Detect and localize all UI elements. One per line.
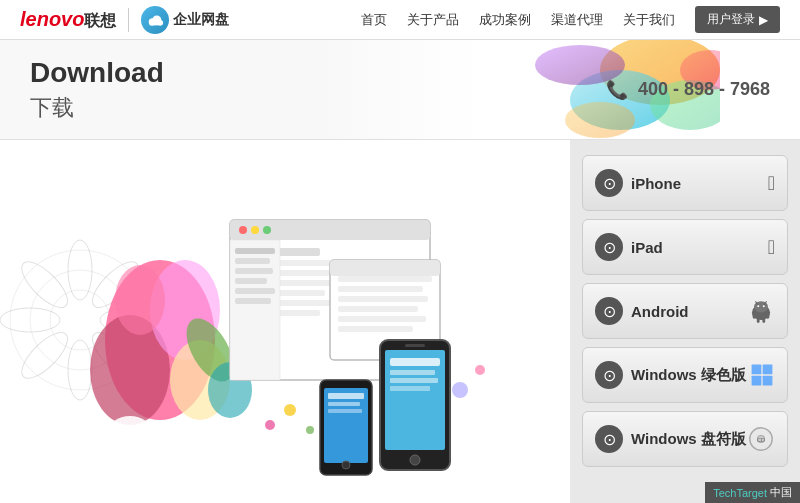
svg-rect-64	[338, 306, 418, 312]
logo-divider	[128, 8, 129, 32]
cloud-icon	[141, 6, 169, 34]
nav-channel[interactable]: 渠道代理	[551, 11, 603, 29]
footer-badge: TechTarget 中国	[705, 482, 800, 503]
login-arrow-icon: ▶	[759, 13, 768, 27]
svg-rect-71	[390, 378, 438, 383]
svg-point-82	[306, 426, 314, 434]
svg-point-83	[265, 420, 275, 430]
svg-point-43	[251, 226, 259, 234]
svg-text:CD: CD	[757, 437, 765, 443]
svg-rect-58	[235, 298, 271, 304]
svg-rect-90	[762, 318, 765, 323]
windows-green-label: Windows 绿色版	[631, 366, 746, 385]
login-label: 用户登录	[707, 11, 755, 28]
svg-rect-57	[235, 288, 275, 294]
iphone-label: iPhone	[631, 175, 681, 192]
header: lenovo联想 企业网盘 首页 关于产品 成功案例 渠道代理 关于我们 用户登…	[0, 0, 800, 40]
nav-cases[interactable]: 成功案例	[479, 11, 531, 29]
ipad-download-icon: ⊙	[595, 233, 623, 261]
android-download-icon: ⊙	[595, 297, 623, 325]
download-android-button[interactable]: ⊙ Android	[582, 283, 788, 339]
cloud-text-label: 企业网盘	[173, 11, 229, 29]
svg-rect-69	[390, 358, 440, 366]
main-content: ⊙ iPhone  ⊙ iPad  ⊙ Android	[0, 140, 800, 503]
download-ipad-button[interactable]: ⊙ iPad 	[582, 219, 788, 275]
windows-disk-icon: CD	[747, 425, 775, 453]
techtarget-text: TechTarget	[713, 487, 767, 499]
banner-contact: 📞 400 - 898 - 7968	[606, 79, 770, 101]
iphone-download-icon: ⊙	[595, 169, 623, 197]
apple-icon-iphone: 	[768, 172, 775, 195]
svg-rect-98	[752, 376, 762, 386]
svg-rect-99	[763, 376, 773, 386]
svg-point-73	[410, 455, 420, 465]
windows-disk-label: Windows 盘符版	[631, 430, 746, 449]
svg-point-80	[342, 461, 350, 469]
illustration-area	[0, 140, 570, 503]
windows-disk-download-icon: ⊙	[595, 425, 623, 453]
android-icon	[747, 297, 775, 325]
svg-rect-78	[328, 402, 360, 406]
svg-point-44	[263, 226, 271, 234]
svg-rect-77	[328, 393, 364, 399]
windows-green-icon	[749, 362, 775, 388]
nav-home[interactable]: 首页	[361, 11, 387, 29]
banner-text: Download 下载	[30, 57, 164, 123]
svg-point-39	[75, 452, 105, 474]
svg-rect-96	[752, 365, 762, 375]
svg-rect-72	[390, 386, 430, 391]
svg-rect-63	[338, 296, 428, 302]
illustration-svg	[0, 140, 570, 503]
nav-about[interactable]: 关于我们	[623, 11, 675, 29]
phone-number: 400 - 898 - 7968	[638, 79, 770, 100]
svg-rect-66	[338, 326, 413, 332]
svg-rect-60	[330, 260, 440, 276]
svg-point-81	[284, 404, 296, 416]
banner-title-cn: 下载	[30, 93, 164, 123]
android-label: Android	[631, 303, 689, 320]
phone-icon: 📞	[606, 79, 628, 101]
banner: Download 下载 📞 400 - 898 - 7968	[0, 40, 800, 140]
svg-rect-61	[338, 276, 432, 282]
download-iphone-button[interactable]: ⊙ iPhone 	[582, 155, 788, 211]
svg-point-35	[202, 440, 238, 466]
download-panel: ⊙ iPhone  ⊙ iPad  ⊙ Android	[570, 140, 800, 503]
svg-rect-70	[390, 370, 435, 375]
login-button[interactable]: 用户登录 ▶	[695, 6, 780, 33]
svg-point-42	[239, 226, 247, 234]
logo-area: lenovo联想 企业网盘	[20, 6, 229, 34]
main-nav: 首页 关于产品 成功案例 渠道代理 关于我们 用户登录 ▶	[361, 6, 780, 33]
svg-rect-88	[766, 312, 770, 318]
svg-rect-65	[338, 316, 426, 322]
svg-point-9	[565, 102, 635, 138]
svg-point-31	[108, 416, 152, 448]
windows-green-download-icon: ⊙	[595, 361, 623, 389]
svg-rect-62	[338, 286, 423, 292]
svg-rect-54	[235, 258, 270, 264]
svg-rect-74	[405, 344, 425, 347]
cloud-logo: 企业网盘	[141, 6, 229, 34]
svg-rect-53	[235, 248, 275, 254]
banner-title-en: Download	[30, 57, 164, 89]
svg-point-84	[452, 382, 468, 398]
svg-rect-76	[324, 388, 368, 463]
svg-rect-41	[230, 220, 430, 240]
svg-rect-79	[328, 409, 362, 413]
download-windows-green-button[interactable]: ⊙ Windows 绿色版	[582, 347, 788, 403]
download-windows-disk-button[interactable]: ⊙ Windows 盘符版 CD	[582, 411, 788, 467]
nav-product[interactable]: 关于产品	[407, 11, 459, 29]
lenovo-logo: lenovo联想	[20, 8, 116, 32]
svg-rect-97	[763, 365, 773, 375]
svg-rect-87	[753, 312, 757, 318]
svg-point-85	[475, 365, 485, 375]
svg-rect-55	[235, 268, 273, 274]
svg-rect-56	[235, 278, 267, 284]
svg-rect-89	[757, 318, 760, 323]
apple-icon-ipad: 	[768, 236, 775, 259]
svg-point-25	[115, 265, 165, 335]
svg-rect-3	[150, 21, 162, 25]
china-text: 中国	[770, 485, 792, 500]
ipad-label: iPad	[631, 239, 663, 256]
